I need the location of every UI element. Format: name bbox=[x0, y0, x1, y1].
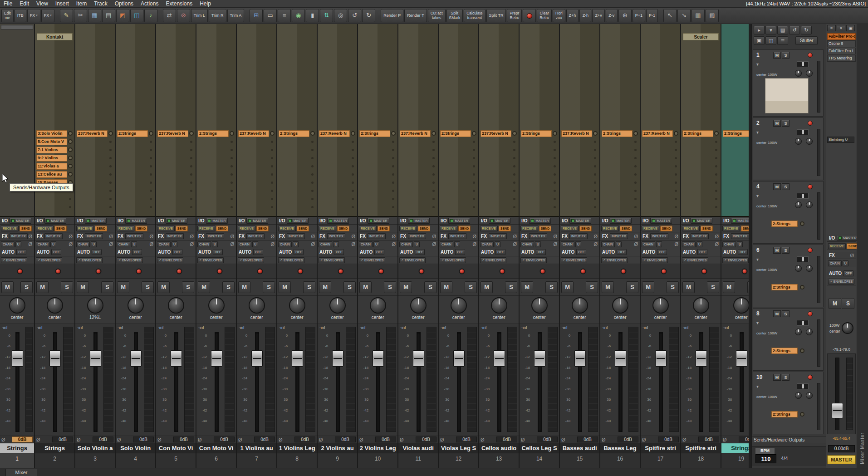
master-output-button[interactable]: MASTER bbox=[837, 235, 858, 241]
split-tr-button[interactable]: Split TR bbox=[486, 9, 506, 22]
collapse-chevron-icon[interactable]: ▾ bbox=[756, 193, 759, 198]
send-mute-button[interactable] bbox=[391, 131, 396, 136]
chain-bypass-icon[interactable]: Ø bbox=[513, 241, 518, 247]
fx-chain-button[interactable]: CHAIN bbox=[319, 241, 332, 247]
track-name[interactable]: Cellos audio bbox=[479, 443, 519, 453]
pencil-icon[interactable]: ✎ bbox=[60, 9, 73, 22]
chain-bypass-icon[interactable]: Ø bbox=[432, 241, 437, 247]
track-name[interactable]: 1 Violins Leg bbox=[277, 443, 317, 453]
input-fx-button[interactable]: INPUT FX bbox=[448, 233, 466, 239]
track-number[interactable]: 10 bbox=[358, 453, 397, 468]
solo-button[interactable]: S bbox=[384, 281, 396, 293]
fx-u-button[interactable]: U bbox=[373, 241, 379, 247]
master-send-button[interactable]: MASTER bbox=[166, 218, 187, 224]
volume-fader-track[interactable] bbox=[699, 332, 703, 432]
chain-bypass-icon[interactable]: Ø bbox=[311, 241, 316, 247]
volume-fader-track[interactable] bbox=[215, 332, 219, 432]
send-label[interactable]: 2:Strings bbox=[117, 130, 148, 137]
send-mute-button[interactable] bbox=[68, 147, 73, 152]
region-icon[interactable]: ▭ bbox=[264, 9, 277, 22]
fx-chain-button[interactable]: CHAIN bbox=[359, 241, 373, 247]
trim-l-button[interactable]: Trim L bbox=[191, 9, 208, 22]
volume-fader-track[interactable] bbox=[457, 332, 461, 432]
fx-chain-button[interactable]: CHAIN bbox=[642, 241, 655, 247]
fx-insert-area[interactable]: Scaler 2:Strings bbox=[681, 24, 721, 217]
fx-menu-a-button[interactable]: FX bbox=[27, 9, 40, 22]
undo-icon[interactable]: ↺ bbox=[348, 9, 361, 22]
send-label[interactable]: 5:Con Moto V bbox=[36, 138, 67, 145]
record-arm-button[interactable] bbox=[808, 248, 813, 253]
fx-u-button[interactable]: U bbox=[535, 241, 541, 247]
send-mute-button[interactable] bbox=[108, 131, 113, 136]
dock-icon[interactable]: ▣ bbox=[846, 25, 855, 31]
pan-knob[interactable] bbox=[733, 297, 749, 314]
phase-button[interactable]: Ø bbox=[238, 437, 243, 442]
edit-me-button[interactable]: Edit me bbox=[1, 9, 14, 22]
track-number[interactable]: 6 bbox=[196, 453, 236, 468]
fx-bypass-icon[interactable]: Ø bbox=[392, 234, 397, 239]
record-arm-button[interactable] bbox=[378, 268, 384, 274]
send-label[interactable]: 2:Strings bbox=[602, 130, 633, 137]
fx-chain-button[interactable]: CHAIN bbox=[828, 260, 842, 266]
chain-bypass-icon[interactable]: Ø bbox=[634, 241, 639, 247]
send-label[interactable]: 237:Reverb N bbox=[77, 130, 108, 137]
fx-u-button[interactable]: U bbox=[293, 241, 299, 247]
pan-knob[interactable] bbox=[410, 297, 427, 314]
bar-icon[interactable]: ▮ bbox=[306, 9, 319, 22]
fx-chain-button[interactable]: CHAIN bbox=[278, 241, 292, 247]
solo-button[interactable]: S bbox=[782, 183, 790, 190]
receive-button[interactable]: RECEIVE bbox=[601, 226, 619, 231]
view-rows-icon[interactable]: ▥ bbox=[691, 9, 705, 22]
solo-button[interactable]: S bbox=[424, 281, 436, 293]
track-number[interactable]: 6 bbox=[756, 247, 760, 253]
color-b-icon[interactable]: ◫ bbox=[130, 9, 143, 22]
pan-knob[interactable] bbox=[168, 297, 184, 314]
volume-readout[interactable]: 0dB bbox=[254, 437, 275, 442]
record-arm-button[interactable] bbox=[297, 268, 303, 274]
record-arm-button[interactable] bbox=[701, 268, 707, 274]
mute-button[interactable]: M bbox=[481, 281, 493, 293]
menu-edit[interactable]: Edit bbox=[16, 0, 33, 7]
fx-u-button[interactable]: U bbox=[50, 241, 56, 247]
fx-bypass-icon[interactable]: Ø bbox=[715, 234, 720, 239]
volume-fader-cap[interactable] bbox=[12, 350, 23, 367]
send-mute-button[interactable] bbox=[800, 285, 804, 290]
track-name[interactable]: Violas Leg S bbox=[439, 443, 478, 453]
chain-bypass-icon[interactable]: Ø bbox=[715, 241, 720, 247]
receive-button[interactable]: RECEIVE bbox=[440, 226, 457, 231]
collapse-chevron-icon[interactable]: ▾ bbox=[756, 130, 759, 135]
volume-fader-cap[interactable] bbox=[90, 350, 101, 367]
send-label[interactable]: 237:Reverb N bbox=[157, 130, 188, 137]
send-label[interactable]: 11:Violas a bbox=[36, 163, 67, 170]
receive-button[interactable]: RECEIVE bbox=[319, 226, 336, 231]
menu-track[interactable]: Track bbox=[90, 0, 111, 7]
pan-knob[interactable] bbox=[208, 297, 225, 314]
menu-icon[interactable]: ≡ bbox=[827, 25, 836, 31]
record-arm-button[interactable] bbox=[17, 268, 23, 274]
track-name[interactable]: Basses Leg bbox=[600, 443, 640, 453]
send-label[interactable]: 2:Strings bbox=[771, 411, 798, 417]
track-number[interactable]: 4 bbox=[116, 453, 155, 468]
phase-button[interactable]: Ø bbox=[279, 437, 284, 442]
pan-knob[interactable] bbox=[47, 297, 63, 314]
solo-button[interactable]: S bbox=[842, 298, 854, 309]
volume-readout[interactable]: 0dB bbox=[12, 437, 33, 442]
menu-item[interactable]: Item bbox=[73, 0, 90, 7]
width-knob[interactable] bbox=[806, 392, 813, 399]
send-button[interactable]: SEND bbox=[620, 226, 632, 231]
input-fx-button[interactable]: INPUT FX bbox=[246, 233, 265, 239]
volume-fader-cap[interactable] bbox=[494, 350, 505, 367]
fx-chain-button[interactable]: CHAIN bbox=[440, 241, 453, 247]
track-number[interactable]: 1 bbox=[756, 52, 760, 58]
receive-button[interactable]: RECEIVE bbox=[561, 226, 579, 231]
render-p-button[interactable]: Render P bbox=[381, 9, 403, 22]
receive-button[interactable]: RECEIVE bbox=[399, 226, 417, 231]
auto-off-button[interactable]: OFF bbox=[294, 249, 304, 255]
send-mute-button[interactable] bbox=[230, 131, 234, 136]
fx-chain-button[interactable]: CHAIN bbox=[117, 241, 130, 247]
auto-off-button[interactable]: OFF bbox=[334, 249, 344, 255]
wide-volume-fader[interactable] bbox=[797, 193, 809, 199]
scissors-icon[interactable]: ✂ bbox=[74, 9, 87, 22]
width-knob[interactable] bbox=[806, 265, 813, 272]
send-button[interactable]: SEND bbox=[337, 226, 349, 231]
